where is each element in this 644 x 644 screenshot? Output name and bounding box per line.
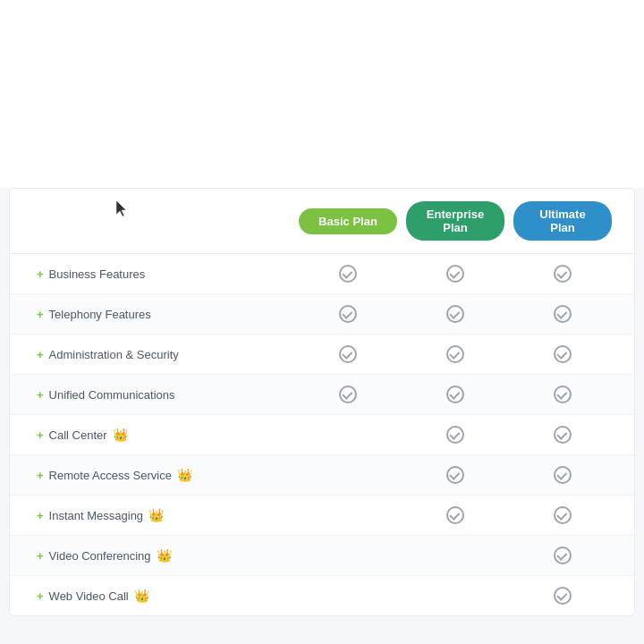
- feature-label-administration-security: + Administration & Security: [37, 348, 294, 361]
- feature-row-unified-communications[interactable]: + Unified Communications: [10, 375, 634, 415]
- feature-row-administration-security[interactable]: + Administration & Security: [10, 335, 634, 375]
- check-cell-ultimate-business-features: [509, 265, 616, 283]
- feature-row-remote-access-service[interactable]: + Remote Access Service 👑: [10, 455, 634, 496]
- feature-label-business-features: + Business Features: [37, 267, 294, 281]
- crown-icon: 👑: [113, 428, 128, 442]
- feature-name-text: Business Features: [49, 267, 146, 281]
- feature-row-video-conferencing[interactable]: + Video Conferencing 👑: [10, 536, 634, 576]
- check-cell-ultimate-unified-communications: [509, 386, 616, 403]
- check-cell-enterprise-unified-communications: [402, 386, 509, 403]
- feature-name-text: Remote Access Service: [49, 469, 172, 482]
- check-cell-ultimate-telephony-features: [509, 305, 616, 323]
- expand-plus-icon[interactable]: +: [37, 428, 44, 442]
- plan-header-row: Basic Plan Enterprise Plan Ultimate Plan: [10, 189, 634, 254]
- ultimate-plan-header[interactable]: Ultimate Plan: [513, 201, 612, 241]
- check-circle-icon: [446, 265, 464, 283]
- feature-label-web-video-call: + Web Video Call 👑: [37, 589, 294, 603]
- crown-icon: 👑: [148, 508, 164, 522]
- check-cell-basic-unified-communications: [294, 386, 402, 403]
- feature-label-unified-communications: + Unified Communications: [37, 388, 294, 402]
- feature-label-remote-access-service: + Remote Access Service 👑: [37, 468, 294, 482]
- check-cell-ultimate-remote-access-service: [509, 466, 616, 484]
- check-circle-icon: [554, 466, 572, 484]
- check-circle-icon: [339, 265, 357, 283]
- check-circle-icon: [554, 587, 572, 605]
- check-cell-basic-business-features: [294, 265, 402, 283]
- check-cell-basic-telephony-features: [294, 305, 402, 323]
- check-cell-ultimate-call-center: [509, 426, 616, 444]
- check-circle-icon: [554, 345, 572, 363]
- check-cell-enterprise-telephony-features: [402, 305, 509, 323]
- feature-name-text: Call Center: [49, 428, 107, 442]
- check-circle-icon: [339, 386, 357, 403]
- crown-icon: 👑: [157, 548, 172, 563]
- check-circle-icon: [446, 506, 464, 524]
- check-cell-ultimate-administration-security: [509, 345, 616, 363]
- check-circle-icon: [446, 386, 464, 403]
- check-cell-ultimate-web-video-call: [509, 587, 616, 605]
- top-area: [0, 0, 644, 188]
- feature-name-text: Video Conferencing: [49, 549, 151, 563]
- check-circle-icon: [446, 345, 464, 363]
- check-circle-icon: [554, 426, 572, 444]
- feature-row-instant-messaging[interactable]: + Instant Messaging 👑: [10, 496, 634, 536]
- check-circle-icon: [554, 547, 572, 564]
- feature-row-telephony-features[interactable]: + Telephony Features: [10, 294, 634, 335]
- crown-icon: 👑: [134, 589, 149, 603]
- check-cell-basic-administration-security: [294, 345, 402, 363]
- check-circle-icon: [554, 386, 572, 403]
- pricing-table: Basic Plan Enterprise Plan Ultimate Plan…: [9, 188, 635, 616]
- feature-row-call-center[interactable]: + Call Center 👑: [10, 415, 634, 455]
- feature-label-video-conferencing: + Video Conferencing 👑: [37, 548, 294, 563]
- check-circle-icon: [554, 506, 572, 524]
- check-cell-enterprise-administration-security: [402, 345, 509, 363]
- expand-plus-icon[interactable]: +: [37, 348, 44, 361]
- check-cell-ultimate-instant-messaging: [509, 506, 616, 524]
- check-circle-icon: [554, 305, 572, 323]
- feature-name-text: Telephony Features: [49, 308, 151, 321]
- expand-plus-icon[interactable]: +: [37, 549, 44, 563]
- feature-name-text: Administration & Security: [49, 348, 179, 361]
- check-cell-ultimate-video-conferencing: [509, 547, 616, 564]
- feature-label-call-center: + Call Center 👑: [37, 428, 294, 442]
- check-circle-icon: [446, 305, 464, 323]
- basic-plan-header[interactable]: Basic Plan: [299, 208, 397, 234]
- feature-name-text: Instant Messaging: [49, 509, 144, 522]
- check-circle-icon: [339, 345, 357, 363]
- feature-name-text: Unified Communications: [49, 388, 175, 402]
- expand-plus-icon[interactable]: +: [37, 509, 44, 522]
- expand-plus-icon[interactable]: +: [37, 469, 44, 482]
- check-cell-enterprise-instant-messaging: [402, 506, 509, 524]
- page-wrapper: Basic Plan Enterprise Plan Ultimate Plan…: [0, 0, 644, 644]
- check-cell-enterprise-remote-access-service: [402, 466, 509, 484]
- crown-icon: 👑: [177, 468, 192, 482]
- enterprise-plan-header[interactable]: Enterprise Plan: [406, 201, 504, 241]
- check-circle-icon: [446, 466, 464, 484]
- check-circle-icon: [446, 426, 464, 444]
- check-cell-enterprise-business-features: [402, 265, 509, 283]
- check-circle-icon: [339, 305, 357, 323]
- feature-label-instant-messaging: + Instant Messaging 👑: [37, 508, 294, 522]
- feature-label-telephony-features: + Telephony Features: [37, 308, 294, 321]
- check-cell-enterprise-call-center: [402, 426, 509, 444]
- check-circle-icon: [554, 265, 572, 283]
- expand-plus-icon[interactable]: +: [37, 308, 44, 321]
- feature-name-text: Web Video Call: [49, 589, 129, 603]
- features-container: + Business Features+ Telephony Features+…: [10, 254, 634, 615]
- expand-plus-icon[interactable]: +: [37, 388, 44, 402]
- feature-row-business-features[interactable]: + Business Features: [10, 254, 634, 294]
- feature-row-web-video-call[interactable]: + Web Video Call 👑: [10, 576, 634, 615]
- expand-plus-icon[interactable]: +: [37, 267, 44, 281]
- expand-plus-icon[interactable]: +: [37, 589, 44, 603]
